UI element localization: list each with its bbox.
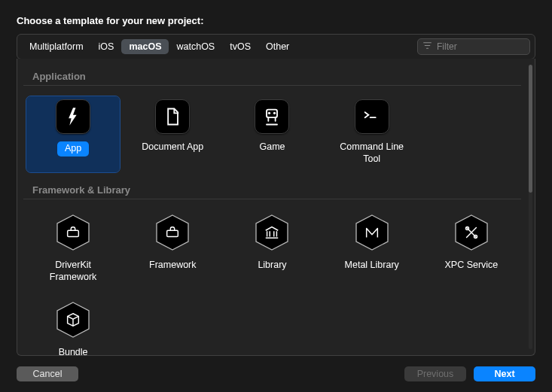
terminal-icon — [355, 99, 389, 134]
template-label: Metal Library — [345, 260, 399, 272]
template-label: Document App — [142, 141, 203, 153]
template-command-line-tool[interactable]: Command Line Tool — [325, 96, 419, 172]
tab-multiplatform[interactable]: Multiplatform — [22, 39, 91, 54]
template-label: Command Line Tool — [331, 141, 413, 165]
cube-icon — [53, 300, 93, 339]
template-label: Game — [259, 141, 285, 153]
template-app[interactable]: App — [26, 96, 120, 172]
template-xpc-service[interactable]: XPC Service — [425, 210, 518, 290]
tab-tvos[interactable]: tvOS — [222, 39, 258, 54]
section-grid-application: App Document App Game — [22, 96, 523, 177]
search-field[interactable] — [417, 38, 530, 55]
previous-button: Previous — [404, 366, 466, 381]
filter-icon — [422, 41, 435, 53]
template-driverkit-framework[interactable]: DriverKit Framework — [26, 210, 120, 290]
app-logo-icon — [56, 99, 90, 134]
section-header-application: Application — [23, 63, 521, 86]
metal-m-icon — [352, 213, 392, 252]
section-grid-framework-library: DriverKit Framework Framework Library — [22, 210, 523, 355]
scrollbar[interactable] — [529, 65, 532, 349]
template-label: Library — [258, 260, 286, 272]
tab-ios[interactable]: iOS — [91, 39, 122, 54]
svg-rect-4 — [68, 231, 79, 237]
template-panel: Application App Document App — [17, 59, 535, 356]
scrollbar-thumb[interactable] — [529, 65, 532, 193]
cancel-button[interactable]: Cancel — [17, 366, 78, 381]
template-label: App — [57, 141, 89, 156]
template-label: DriverKit Framework — [32, 260, 114, 283]
template-game[interactable]: Game — [225, 96, 319, 172]
document-icon — [155, 99, 190, 134]
next-button[interactable]: Next — [474, 366, 535, 381]
template-label: XPC Service — [444, 260, 498, 272]
robot-icon — [255, 99, 289, 134]
institution-icon — [252, 213, 291, 252]
template-bundle[interactable]: Bundle — [26, 297, 120, 356]
page-title: Choose a template for your new project: — [17, 15, 535, 26]
tab-other[interactable]: Other — [258, 39, 297, 54]
template-label: Bundle — [59, 347, 88, 356]
toolbox-icon — [153, 213, 192, 252]
dialog-footer: Cancel Previous Next — [17, 356, 535, 381]
template-filter-bar: Multiplatform iOS macOS watchOS tvOS Oth… — [17, 34, 535, 59]
tab-watchos[interactable]: watchOS — [169, 39, 222, 54]
template-framework[interactable]: Framework — [126, 210, 219, 290]
template-document-app[interactable]: Document App — [126, 96, 219, 172]
template-label: Framework — [149, 260, 197, 272]
tools-x-icon — [452, 213, 491, 252]
section-header-framework-library: Framework & Library — [23, 177, 521, 199]
svg-rect-6 — [167, 231, 178, 237]
search-input[interactable] — [435, 41, 511, 53]
tab-macos[interactable]: macOS — [121, 39, 169, 54]
svg-point-0 — [268, 112, 270, 114]
template-metal-library[interactable]: Metal Library — [325, 210, 419, 290]
platform-tabs: Multiplatform iOS macOS watchOS tvOS Oth… — [22, 39, 413, 54]
toolbox-icon — [53, 213, 93, 252]
template-library[interactable]: Library — [225, 210, 319, 290]
svg-point-1 — [273, 112, 276, 114]
